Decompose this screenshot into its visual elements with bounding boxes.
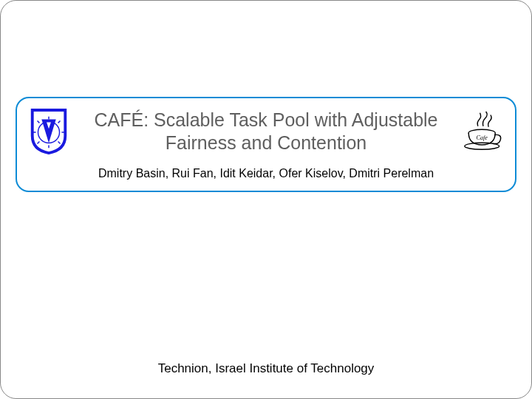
cafe-cup-logo-icon: Cafe — [463, 109, 503, 154]
title-line-1: CAFÉ: Scalable Task Pool with Adjustable — [94, 109, 437, 130]
authors-line: Dmitry Basin, Rui Fan, Idit Keidar, Ofer… — [98, 167, 434, 180]
title-row: CAFÉ: Scalable Task Pool with Adjustable… — [29, 109, 503, 155]
affiliation-line: Technion, Israel Institute of Technology — [1, 361, 531, 376]
slide-title: CAFÉ: Scalable Task Pool with Adjustable… — [69, 109, 463, 155]
title-container: CAFÉ: Scalable Task Pool with Adjustable… — [16, 97, 516, 192]
slide-frame: CAFÉ: Scalable Task Pool with Adjustable… — [0, 0, 532, 399]
technion-logo-icon — [29, 109, 69, 154]
title-line-2: Fairness and Contention — [166, 132, 366, 153]
svg-text:Cafe: Cafe — [477, 134, 488, 141]
